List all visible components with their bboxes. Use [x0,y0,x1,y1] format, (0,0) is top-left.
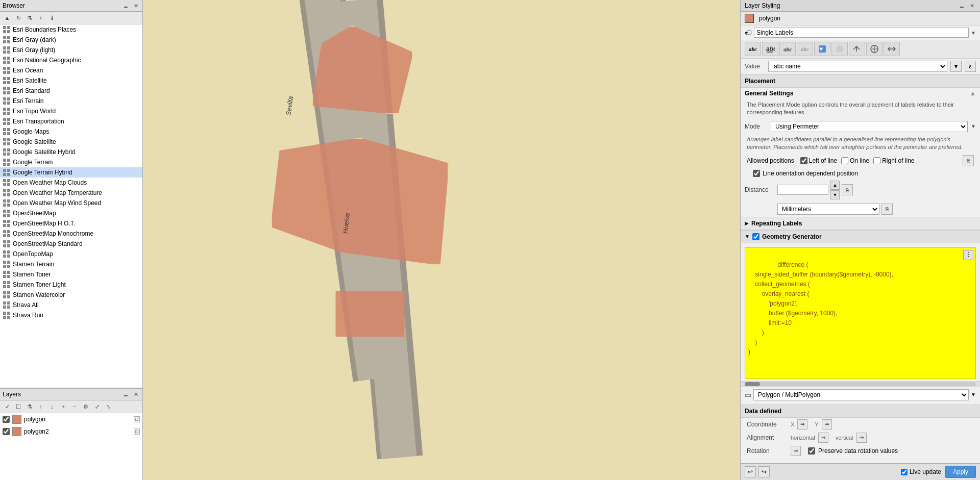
allowed-copy-btn[interactable]: ⎘ [963,155,974,166]
browser-item[interactable]: Google Terrain Hybrid [0,167,142,178]
rotation-btn[interactable]: ⇒ [791,446,801,456]
browser-item[interactable]: OpenStreetMap [0,208,142,218]
mode-select[interactable]: Using Perimeter [771,121,968,132]
browser-up-btn[interactable]: ▲ [2,13,12,23]
coord-y-btn[interactable]: ⇒ [822,419,832,430]
live-update-checkbox[interactable] [901,469,908,475]
distance-unit-select[interactable]: Millimeters Pixels Points Map Units [777,204,879,215]
browser-item[interactable]: Stamen Watercolor [0,290,142,300]
browser-item[interactable]: Open Weather Map Clouds [0,178,142,188]
tab-shadow[interactable] [831,42,848,56]
layers-expand-btn[interactable]: ⤢ [92,401,102,412]
tab-buffer[interactable]: abc [779,42,796,56]
browser-item[interactable]: Esri Satellite [0,75,142,86]
browser-item[interactable]: Stamen Terrain [0,259,142,269]
tab-mask[interactable]: abc [797,42,813,56]
layers-close-icon[interactable]: ✕ [132,390,140,398]
repeating-labels-row[interactable]: ▶ Repeating Labels [741,217,980,230]
left-of-line-checkbox[interactable] [800,157,807,164]
layers-collapse-btn[interactable]: ⤡ [103,401,113,412]
browser-info-btn[interactable]: ℹ [47,13,57,23]
browser-item[interactable]: Open Weather Map Wind Speed [0,198,142,208]
tab-placement[interactable] [866,42,883,56]
layer-entry[interactable]: polygon □ [0,413,142,425]
tab-rendering[interactable] [884,42,900,56]
right-of-line-checkbox[interactable] [873,157,880,164]
browser-item[interactable]: Stamen Toner [0,269,142,280]
layers-uncheck-all-btn[interactable]: ☐ [13,401,23,412]
browser-pin-icon[interactable]: 🗕 [121,2,130,10]
geom-code-menu-btn[interactable]: ⋮ [963,250,973,260]
browser-item[interactable]: Esri Gray (dark) [0,35,142,45]
undo-btn[interactable]: ↩ [745,466,756,477]
browser-add-btn[interactable]: + [36,13,46,23]
tab-text-format[interactable]: abc [745,42,761,56]
browser-refresh-btn[interactable]: ↻ [13,13,23,23]
layers-filter-btn[interactable]: ⚗ [24,401,35,412]
distance-copy-btn[interactable]: ⎘ [842,184,853,195]
browser-filter-btn[interactable]: ⚗ [24,13,35,23]
geom-type-select[interactable]: Polygon / MultiPolygon Point / MultiPoin… [753,389,969,400]
browser-item[interactable]: Open Weather Map Temperature [0,188,142,198]
layer-visibility-checkbox[interactable] [3,416,10,423]
browser-item[interactable]: Google Maps [0,127,142,137]
browser-item[interactable]: Google Satellite Hybrid [0,147,142,157]
layer-entry[interactable]: polygon2 □ [0,425,142,438]
browser-item[interactable]: Esri National Geographic [0,55,142,65]
browser-item[interactable]: OpenTopoMap [0,249,142,259]
browser-close-icon[interactable]: ✕ [132,2,140,10]
distance-input[interactable]: -8.0000 [777,185,828,195]
browser-item[interactable]: Google Satellite [0,137,142,147]
panel-close-icon[interactable]: ✕ [968,2,976,10]
layer-expand-btn[interactable]: □ [134,416,140,422]
browser-item[interactable]: Esri Ocean [0,65,142,75]
label-type-select[interactable]: Single Labels [754,28,969,38]
distance-up-btn[interactable]: ▲ [830,181,840,190]
browser-item[interactable]: Strava All [0,300,142,310]
distance-unit-copy-btn[interactable]: ⎘ [881,204,893,215]
browser-item[interactable]: Esri Standard [0,86,142,96]
tab-formatting[interactable]: abc [762,42,778,56]
panel-pin-icon[interactable]: 🗕 [958,2,966,10]
layers-add-btn[interactable]: + [58,401,68,412]
value-dropdown-btn[interactable]: ▼ [950,61,962,72]
geom-gen-checkbox[interactable] [752,233,760,240]
browser-item[interactable]: Esri Topo World [0,106,142,116]
layer-visibility-checkbox[interactable] [3,428,10,435]
tab-background[interactable]: ♥ [814,42,830,56]
on-line-checkbox[interactable] [841,157,848,164]
browser-item[interactable]: Esri Terrain [0,96,142,106]
layers-up-btn[interactable]: ↑ [36,401,46,412]
browser-item[interactable]: Stamen Toner Light [0,280,142,290]
layers-check-all-btn[interactable]: ✓ [2,401,12,412]
layer-expand-btn[interactable]: □ [134,428,140,435]
layers-down-btn[interactable]: ↓ [47,401,57,412]
preserve-rotation-checkbox[interactable] [808,447,815,454]
browser-item[interactable]: Google Terrain [0,157,142,167]
live-update-label[interactable]: Live update [901,468,941,475]
browser-item[interactable]: OpenStreetMap H.O.T. [0,218,142,229]
tab-callout[interactable] [849,42,865,56]
layers-remove-btn[interactable]: − [69,401,80,412]
browser-item[interactable]: Esri Transportation [0,116,142,127]
layers-settings-btn[interactable]: ⚙ [81,401,91,412]
alignment-h-btn[interactable]: ⇒ [818,433,828,443]
coord-x-btn[interactable]: ⇒ [797,419,807,430]
layers-pin-icon[interactable]: 🗕 [121,390,130,398]
browser-item[interactable]: OpenStreetMap Standard [0,239,142,249]
distance-down-btn[interactable]: ▼ [830,190,840,199]
browser-item[interactable]: Esri Boundaries Places [0,24,142,35]
browser-item[interactable]: Strava Run [0,310,142,320]
browser-item[interactable]: OpenStreetMap Monochrome [0,229,142,239]
general-settings-collapse[interactable]: ▲ [970,90,976,97]
alignment-v-btn[interactable]: ⇒ [856,433,867,443]
value-expr-btn[interactable]: ε [965,61,976,72]
geom-gen-arrow[interactable]: ▼ [745,234,750,239]
browser-item[interactable]: Esri Gray (light) [0,45,142,55]
apply-button[interactable]: Apply [945,466,976,478]
geom-code-area[interactable]: difference ( single_sided_buffer (bounda… [745,247,976,379]
map-area[interactable]: Sevilla Huelva [143,0,740,480]
redo-btn[interactable]: ↪ [758,466,770,477]
value-select[interactable]: abc name [768,61,947,72]
dep-pos-checkbox[interactable] [753,170,760,177]
